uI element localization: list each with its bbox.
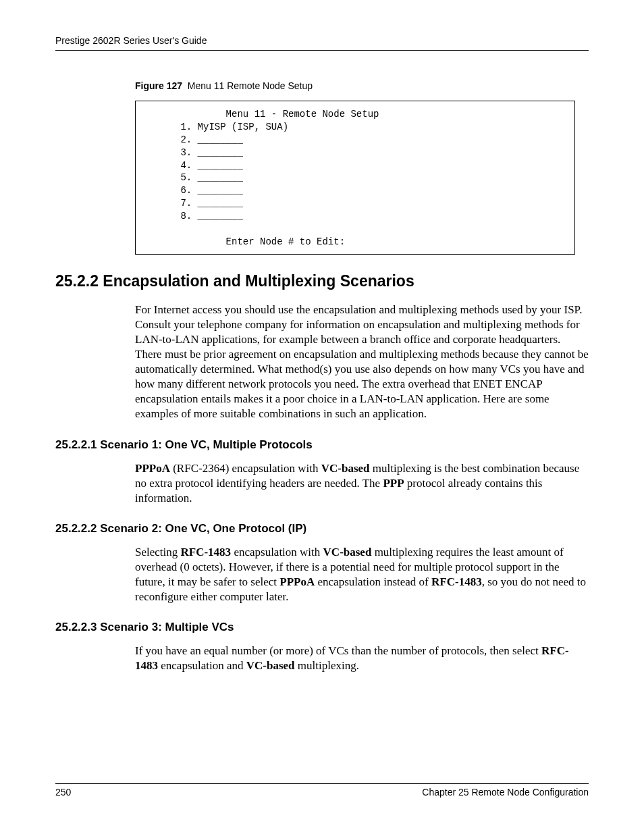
heading-25-2-2: 25.2.2 Encapsulation and Multiplexing Sc… — [55, 272, 589, 290]
bold-vc-based: VC-based — [323, 546, 372, 558]
scenario-3-text: If you have an equal number (or more) of… — [135, 644, 589, 673]
text: encapsulation with — [231, 546, 323, 558]
running-header: Prestige 2602R Series User's Guide — [55, 35, 589, 51]
bold-vc-based: VC-based — [246, 659, 295, 672]
chapter-label: Chapter 25 Remote Node Configuration — [422, 787, 589, 798]
figure-label: Figure 127 — [135, 80, 182, 91]
heading-25-2-2-3: 25.2.2.3 Scenario 3: Multiple VCs — [55, 621, 589, 634]
figure-caption: Figure 127 Menu 11 Remote Node Setup — [135, 80, 589, 91]
page: Prestige 2602R Series User's Guide Figur… — [0, 0, 644, 834]
text: encapsulation instead of — [315, 575, 431, 588]
heading-25-2-2-1: 25.2.2.1 Scenario 1: One VC, Multiple Pr… — [55, 438, 589, 452]
paragraph-scenario-3: If you have an equal number (or more) of… — [135, 644, 589, 673]
figure-title: Menu 11 Remote Node Setup — [188, 80, 313, 91]
scenario-1-text: PPPoA (RFC-2364) encapsulation with VC-b… — [135, 461, 589, 506]
bold-ppp: PPP — [383, 477, 404, 490]
page-footer: 250 Chapter 25 Remote Node Configuration — [55, 783, 589, 798]
paragraph-intro: For Internet access you should use the e… — [135, 303, 589, 422]
text: multiplexing. — [295, 659, 359, 672]
page-number: 250 — [55, 787, 71, 798]
intro-text: For Internet access you should use the e… — [135, 303, 589, 422]
heading-25-2-2-2: 25.2.2.2 Scenario 2: One VC, One Protoco… — [55, 522, 589, 536]
text: (RFC-2364) encapsulation with — [170, 462, 321, 475]
terminal-screen: Menu 11 - Remote Node Setup 1. MyISP (IS… — [135, 101, 575, 255]
paragraph-scenario-2: Selecting RFC-1483 encapsulation with VC… — [135, 545, 589, 604]
text: encapsulation and — [158, 659, 246, 672]
text: If you have an equal number (or more) of… — [135, 644, 541, 657]
bold-pppoa: PPPoA — [135, 462, 170, 475]
bold-pppoa: PPPoA — [279, 575, 315, 588]
bold-rfc-1483: RFC-1483 — [181, 546, 232, 558]
bold-vc-based: VC-based — [321, 462, 370, 475]
bold-rfc-1483-2: RFC-1483 — [431, 575, 482, 588]
scenario-2-text: Selecting RFC-1483 encapsulation with VC… — [135, 545, 589, 604]
paragraph-scenario-1: PPPoA (RFC-2364) encapsulation with VC-b… — [135, 461, 589, 506]
text: Selecting — [135, 546, 181, 558]
